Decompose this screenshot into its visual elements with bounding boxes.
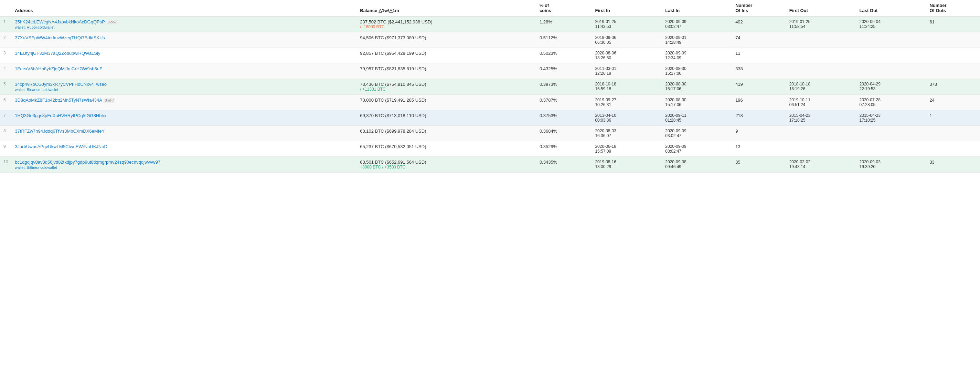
balance-main: 94,506 BTC ($971,373,089 USD) bbox=[360, 35, 533, 40]
last-out bbox=[856, 32, 926, 48]
address-cell: 3JurbUwpsAPqvUkwLM5CtwnEWrNnUKJNoD bbox=[11, 141, 356, 157]
last-out bbox=[856, 126, 926, 141]
bitcoin-richlist-table: Address Balance △1w/△1m % ofcoins First … bbox=[0, 0, 980, 173]
num-outs: 373 bbox=[926, 79, 980, 95]
table-row: 534xp4vRoCGJym3xR7yCVPFHoCNxv4Twseowalle… bbox=[0, 79, 980, 95]
last-in: 2020-09-01 14:28:49 bbox=[662, 32, 732, 48]
pct-coins: 0.3753% bbox=[536, 110, 592, 126]
address-link[interactable]: 3D8qAoMkZ8F1b42btt2Mn5TyN7sWfa434A bbox=[15, 98, 102, 103]
first-out: 2019-01-25 11:58:54 bbox=[786, 16, 856, 32]
table-row: 63D8qAoMkZ8F1b42btt2Mn5TyN7sWfa434A3-of-… bbox=[0, 95, 980, 110]
address-cell: 37tRFZw7n94Jddq6TfVs3MbCXmDX6eMfeY bbox=[11, 126, 356, 141]
address-link[interactable]: 1FeexV6bAHb8ybZjqQMjJrcCrHGW9sb6uF bbox=[15, 66, 102, 71]
first-in: 2019-09-06 06:30:05 bbox=[592, 32, 662, 48]
first-out bbox=[786, 126, 856, 141]
address-badge: 3-of-7 bbox=[106, 20, 118, 24]
last-in: 2020-09-09 03:02:47 bbox=[662, 126, 732, 141]
first-in: 2020-06-18 15:57:09 bbox=[592, 141, 662, 157]
num-ins: 402 bbox=[732, 16, 786, 32]
row-number: 6 bbox=[0, 95, 11, 110]
balance-main: 92,857 BTC ($954,428,199 USD) bbox=[360, 51, 533, 56]
first-out: 2020-02-02 19:43:14 bbox=[786, 157, 856, 173]
balance-change: +8000 BTC / +3500 BTC bbox=[360, 165, 533, 170]
first-out: 2015-04-23 17:10:25 bbox=[786, 110, 856, 126]
first-in: 2018-10-18 15:59:18 bbox=[592, 79, 662, 95]
table-row: 334EiJfy4jGF32M37aQ2ZobupwiRQWa1Siy92,85… bbox=[0, 48, 980, 63]
balance-cell: 79,957 BTC ($821,835,819 USD) bbox=[356, 63, 536, 79]
row-number: 9 bbox=[0, 141, 11, 157]
balance-cell: 68,102 BTC ($699,978,284 USD) bbox=[356, 126, 536, 141]
table-row: 10bc1qgdjqv0av3q56jvd82tkdjpy7gdp9ut8tlq… bbox=[0, 157, 980, 173]
address-link[interactable]: 1HQ3Go3ggs8pFnXuHVHRytPCq5fGG8Hbhx bbox=[15, 113, 106, 118]
num-outs bbox=[926, 63, 980, 79]
table-row: 71HQ3Go3ggs8pFnXuHVHRytPCq5fGG8Hbhx69,37… bbox=[0, 110, 980, 126]
address-cell: 34xp4vRoCGJym3xR7yCVPFHoCNxv4Twseowallet… bbox=[11, 79, 356, 95]
col-header-num-ins: NumberOf Ins bbox=[732, 0, 786, 16]
address-cell: 34EiJfy4jGF32M37aQ2ZobupwiRQWa1Siy bbox=[11, 48, 356, 63]
balance-main: 69,370 BTC ($713,018,110 USD) bbox=[360, 113, 533, 118]
last-out: 2020-07-28 07:28:05 bbox=[856, 95, 926, 110]
address-badge: 3-of-7 bbox=[103, 98, 115, 103]
balance-change: / +11301 BTC bbox=[360, 87, 533, 92]
row-number: 1 bbox=[0, 16, 11, 32]
wallet-label: wallet: Huobi-coldwallet bbox=[15, 25, 353, 29]
table-row: 135hK24tcLEWcgNA4JxpvbkNkoAcDGqQPsP3-of-… bbox=[0, 16, 980, 32]
num-ins: 13 bbox=[732, 141, 786, 157]
address-link[interactable]: 3JurbUwpsAPqvUkwLM5CtwnEWrNnUKJNoD bbox=[15, 144, 107, 149]
last-in: 2020-08-30 15:17:06 bbox=[662, 95, 732, 110]
table-header: Address Balance △1w/△1m % ofcoins First … bbox=[0, 0, 980, 16]
first-out: 2019-10-11 06:51:24 bbox=[786, 95, 856, 110]
balance-main: 73,436 BTC ($754,810,845 USD) bbox=[360, 82, 533, 87]
col-header-first-out: First Out bbox=[786, 0, 856, 16]
num-outs bbox=[926, 126, 980, 141]
address-cell: 37XuVSEpWW4trkfmvWzegTHQt7BdktSKUs bbox=[11, 32, 356, 48]
last-in: 2020-09-09 03:02:47 bbox=[662, 141, 732, 157]
balance-cell: 63,501 BTC ($652,691,564 USD)+8000 BTC /… bbox=[356, 157, 536, 173]
balance-main: 79,957 BTC ($821,835,819 USD) bbox=[360, 66, 533, 71]
table-row: 93JurbUwpsAPqvUkwLM5CtwnEWrNnUKJNoD65,23… bbox=[0, 141, 980, 157]
col-header-pct: % ofcoins bbox=[536, 0, 592, 16]
pct-coins: 0.3529% bbox=[536, 141, 592, 157]
first-out bbox=[786, 63, 856, 79]
first-in: 2020-08-03 16:36:07 bbox=[592, 126, 662, 141]
col-header-last-out: Last Out bbox=[856, 0, 926, 16]
balance-main: 65,237 BTC ($670,532,051 USD) bbox=[360, 144, 533, 149]
first-in: 2020-08-06 18:26:50 bbox=[592, 48, 662, 63]
address-link[interactable]: 34xp4vRoCGJym3xR7yCVPFHoCNxv4Twseo bbox=[15, 82, 107, 87]
first-in: 2011-03-01 12:26:19 bbox=[592, 63, 662, 79]
address-link[interactable]: bc1qgdjqv0av3q56jvd82tkdjpy7gdp9ut8tlqmg… bbox=[15, 160, 160, 165]
row-number: 4 bbox=[0, 63, 11, 79]
table-row: 237XuVSEpWW4trkfmvWzegTHQt7BdktSKUs94,50… bbox=[0, 32, 980, 48]
row-number: 7 bbox=[0, 110, 11, 126]
last-in: 2020-09-08 09:46:49 bbox=[662, 157, 732, 173]
address-cell: 35hK24tcLEWcgNA4JxpvbkNkoAcDGqQPsP3-of-7… bbox=[11, 16, 356, 32]
balance-cell: 237,502 BTC ($2,441,152,938 USD)/ -18000… bbox=[356, 16, 536, 32]
balance-cell: 69,370 BTC ($713,018,110 USD) bbox=[356, 110, 536, 126]
col-header-balance: Balance △1w/△1m bbox=[356, 0, 536, 16]
address-link[interactable]: 37XuVSEpWW4trkfmvWzegTHQt7BdktSKUs bbox=[15, 35, 105, 40]
balance-main: 70,000 BTC ($719,491,285 USD) bbox=[360, 98, 533, 103]
num-outs bbox=[926, 48, 980, 63]
address-link[interactable]: 34EiJfy4jGF32M37aQ2ZobupwiRQWa1Siy bbox=[15, 51, 100, 56]
wallet-label: wallet: Bitfinex-coldwallet bbox=[15, 165, 353, 170]
col-header-last-in: Last In bbox=[662, 0, 732, 16]
address-cell: 1FeexV6bAHb8ybZjqQMjJrcCrHGW9sb6uF bbox=[11, 63, 356, 79]
num-ins: 338 bbox=[732, 63, 786, 79]
pct-coins: 0.5023% bbox=[536, 48, 592, 63]
balance-change: / -18000 BTC bbox=[360, 24, 533, 29]
address-link[interactable]: 35hK24tcLEWcgNA4JxpvbkNkoAcDGqQPsP bbox=[15, 19, 105, 24]
table-row: 837tRFZw7n94Jddq6TfVs3MbCXmDX6eMfeY68,10… bbox=[0, 126, 980, 141]
col-header-num bbox=[0, 0, 11, 16]
num-ins: 218 bbox=[732, 110, 786, 126]
last-in: 2020-08-30 15:17:06 bbox=[662, 79, 732, 95]
address-link[interactable]: 37tRFZw7n94Jddq6TfVs3MbCXmDX6eMfeY bbox=[15, 128, 105, 134]
num-ins: 196 bbox=[732, 95, 786, 110]
num-outs: 1 bbox=[926, 110, 980, 126]
balance-cell: 92,857 BTC ($954,428,199 USD) bbox=[356, 48, 536, 63]
first-out: 2018-10-18 16:19:26 bbox=[786, 79, 856, 95]
pct-coins: 0.3435% bbox=[536, 157, 592, 173]
num-outs: 61 bbox=[926, 16, 980, 32]
first-out bbox=[786, 141, 856, 157]
table-row: 41FeexV6bAHb8ybZjqQMjJrcCrHGW9sb6uF79,95… bbox=[0, 63, 980, 79]
num-outs bbox=[926, 32, 980, 48]
